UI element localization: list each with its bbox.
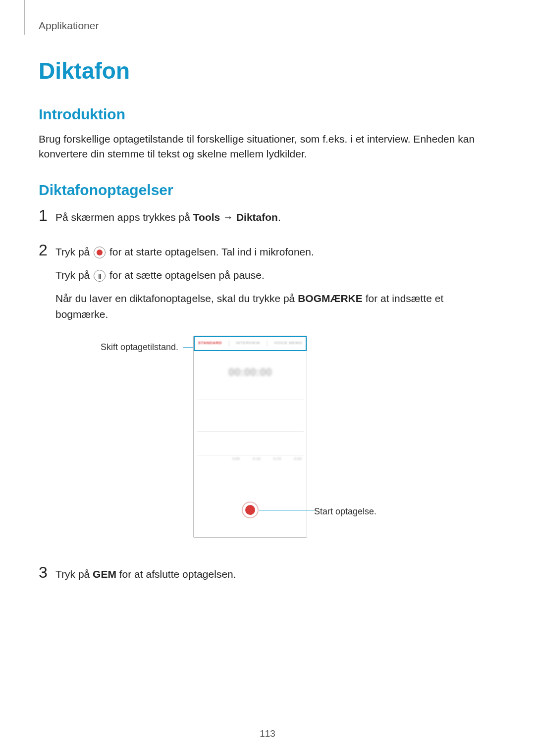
text: På skærmen apps trykkes på (55, 211, 193, 223)
time-ticks: 0:05 0:10 0:15 0:20 (194, 456, 307, 464)
tick: 0:10 (253, 456, 261, 464)
text: Tryk på (55, 269, 93, 281)
text: → (220, 211, 236, 223)
record-button[interactable] (242, 502, 259, 518)
callout-text: Skift optagetilstand. (101, 342, 178, 352)
step-3: 3 Tryk på GEM for at afslutte optagelsen… (39, 564, 494, 590)
step-body: På skærmen apps trykkes på Tools → Dikta… (55, 207, 494, 233)
tab-interview: INTERVIEW (236, 340, 260, 346)
text: for at starte optagelsen. Tal ind i mikr… (109, 246, 314, 257)
page-title: Diktafon (39, 57, 494, 84)
callout-line (183, 347, 194, 348)
page-number: 113 (0, 728, 535, 739)
breadcrumb: Applikationer (39, 20, 494, 32)
step-number: 3 (39, 564, 55, 590)
section-heading-intro: Introduktion (39, 106, 494, 123)
figure: Skift optagetilstand. STANDARD INTERVIEW… (55, 336, 494, 538)
step-2: 2 Tryk på for at starte optagelsen. Tal … (39, 242, 494, 554)
intro-paragraph: Brug forskellige optagetilstande til for… (39, 132, 494, 162)
callout-right: Start optagelse. (314, 505, 376, 519)
section-heading-recordings: Diktafonoptagelser (39, 182, 494, 199)
text: for at afslutte optagelsen. (116, 568, 236, 580)
text: . (278, 211, 281, 223)
tab-separator (229, 341, 229, 347)
mode-tabs: STANDARD INTERVIEW VOICE MEMO (194, 336, 307, 351)
bold-text: Tools (193, 211, 220, 223)
callout-left: Skift optagetilstand. (55, 336, 194, 354)
page-margin-rule (24, 0, 25, 35)
step-body: Tryk på GEM for at afslutte optagelsen. (55, 564, 494, 590)
tick: 0:20 (294, 456, 302, 464)
text: Tryk på (55, 568, 93, 580)
text: Tryk på (55, 246, 93, 257)
phone-mockup: STANDARD INTERVIEW VOICE MEMO 00:00:00 0… (193, 336, 307, 538)
timer-display: 00:00:00 (194, 364, 307, 381)
text: for at sætte optagelsen på pause. (109, 269, 265, 281)
pause-icon (94, 270, 106, 282)
step-body: Tryk på for at starte optagelsen. Tal in… (55, 242, 494, 554)
callout-line (259, 510, 315, 510)
waveform-area: 0:05 0:10 0:15 0:20 (194, 400, 307, 464)
bold-text: Diktafon (236, 211, 278, 223)
tab-separator (267, 341, 268, 347)
tab-voicememo: VOICE MEMO (274, 340, 302, 346)
step-1: 1 På skærmen apps trykkes på Tools → Dik… (39, 207, 494, 233)
text: Når du laver en diktafonoptagelse, skal … (55, 293, 298, 304)
tick: 0:05 (232, 456, 240, 464)
bold-text: GEM (93, 568, 116, 580)
bold-text: BOGMÆRKE (298, 293, 363, 304)
step-number: 1 (39, 207, 55, 233)
tick: 0:15 (273, 456, 281, 464)
tab-standard: STANDARD (198, 340, 222, 346)
page-content: Applikationer Diktafon Introduktion Brug… (39, 20, 494, 599)
step-number: 2 (39, 242, 55, 554)
record-icon (94, 247, 106, 258)
